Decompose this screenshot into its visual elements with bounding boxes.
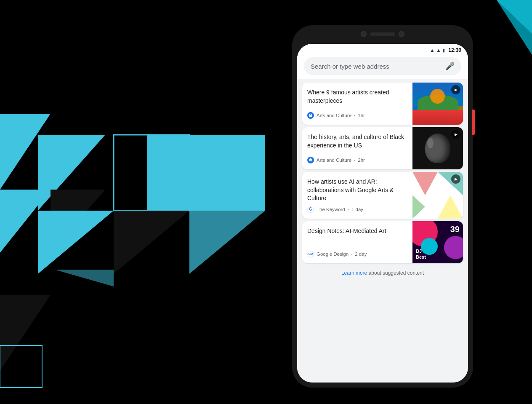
card-4-time: 2 day	[355, 251, 367, 257]
card-4-text-area: Design Notes: AI-Mediated Art GD Google …	[302, 221, 412, 263]
phone-top-bar	[361, 31, 404, 37]
card-1-text-area: Where 9 famous artists created masterpie…	[302, 83, 412, 125]
card-2-play-button[interactable]: ▶	[451, 130, 460, 139]
status-time: 12:30	[448, 47, 461, 53]
card-3-play-button[interactable]: ▶	[451, 174, 460, 184]
card-3-source-name: The Keyword	[317, 207, 345, 212]
card-4-thumbnail-number: 39	[450, 225, 460, 234]
search-bar-area: Search or type web address 🎤	[297, 55, 468, 79]
learn-more-link[interactable]: Learn more	[341, 270, 367, 276]
phone-speaker	[370, 32, 395, 36]
card-2-source: 🏛 Arts and Culture · 2hr	[307, 157, 407, 163]
card-3-time: 1 day	[351, 207, 363, 212]
card-2-source-icon: 🏛	[307, 157, 314, 163]
card-4-source: GD Google Design · 2 day	[307, 251, 407, 257]
news-card-2[interactable]: The history, arts, and culture of Black …	[302, 127, 463, 169]
feed-footer: Learn more about suggested content	[297, 267, 468, 279]
card-3-title: How artists use AI and AR: collaboration…	[307, 178, 407, 203]
status-bar: ▲ ▲ ▮ 12:30	[297, 44, 468, 55]
card-4-title: Design Notes: AI-Mediated Art	[307, 227, 407, 235]
camera-lens	[361, 31, 367, 37]
footer-suffix: about suggested content	[367, 270, 424, 276]
wifi-icon: ▲	[430, 48, 435, 53]
news-card-3[interactable]: How artists use AI and AR: collaboration…	[302, 172, 463, 219]
card-3-thumbnail: ▶	[412, 172, 463, 219]
microphone-icon[interactable]: 🎤	[445, 62, 455, 71]
search-bar[interactable]: Search or type web address 🎤	[304, 57, 461, 75]
battery-icon: ▮	[442, 48, 445, 53]
card-1-source-icon: 🏛	[307, 112, 314, 119]
card-1-title: Where 9 famous artists created masterpie…	[307, 88, 407, 105]
card-1-source-time: ·	[354, 113, 355, 118]
news-card-4[interactable]: Design Notes: AI-Mediated Art GD Google …	[302, 221, 463, 263]
card-3-separator: ·	[348, 207, 349, 212]
card-2-text-area: The history, arts, and culture of Black …	[302, 127, 412, 169]
news-feed: Where 9 famous artists created masterpie…	[297, 79, 468, 267]
phone-screen: ▲ ▲ ▮ 12:30 Search or type web address 🎤	[297, 44, 468, 383]
svg-marker-6	[147, 135, 265, 211]
card-2-separator: ·	[354, 158, 355, 163]
card-4-separator: ·	[351, 251, 352, 257]
search-placeholder[interactable]: Search or type web address	[311, 63, 389, 70]
card-1-source-name: Arts and Culture	[317, 113, 351, 118]
signal-icon: ▲	[436, 48, 441, 53]
screen-content: ▲ ▲ ▮ 12:30 Search or type web address 🎤	[297, 44, 468, 383]
card-4-source-icon: GD	[307, 251, 314, 257]
news-card-1[interactable]: Where 9 famous artists created masterpie…	[302, 83, 463, 125]
phone-device: ▲ ▲ ▮ 12:30 Search or type web address 🎤	[292, 25, 473, 388]
card-4-thumbnail: 39 BJ Best	[412, 221, 463, 263]
card-2-title: The history, arts, and culture of Black …	[307, 133, 407, 150]
card-2-time: 2hr	[358, 158, 365, 163]
card-3-text-area: How artists use AI and AR: collaboration…	[302, 172, 412, 219]
card-3-source: G The Keyword · 1 day	[307, 206, 407, 213]
card-3-source-icon: G	[307, 206, 314, 213]
card-1-thumbnail: ▶	[412, 83, 463, 125]
card-4-source-name: Google Design	[317, 251, 348, 257]
camera-sensor	[399, 31, 404, 37]
card-1-source: 🏛 Arts and Culture · 1hr	[307, 112, 407, 119]
card-1-time: 1hr	[358, 113, 365, 118]
card-2-thumbnail: ▶	[412, 127, 463, 169]
card-1-play-button[interactable]: ▶	[451, 85, 460, 94]
card-4-thumbnail-label: BJ Best	[416, 249, 426, 260]
card-2-source-name: Arts and Culture	[317, 158, 351, 163]
phone-body: ▲ ▲ ▮ 12:30 Search or type web address 🎤	[292, 25, 473, 388]
power-button	[472, 110, 475, 135]
